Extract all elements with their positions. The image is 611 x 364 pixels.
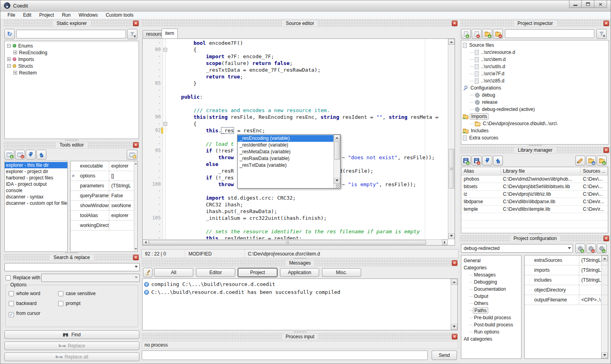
close-panel-icon[interactable] [133,255,139,260]
property-value[interactable]: (TStringL [109,181,137,191]
category-item[interactable]: General [461,257,521,264]
category-item[interactable]: Documentation [461,286,521,293]
category-item[interactable]: Others [461,300,521,307]
maximize-button[interactable] [582,0,594,8]
code-line[interactable]: · ihash.put(_resRawData); [143,208,448,215]
menu-item-edit[interactable]: Edit [19,11,35,19]
property-value[interactable]: False [109,191,137,200]
add-configuration-button[interactable]: + [575,244,585,253]
clear-messages-button[interactable] [143,268,152,277]
table-row[interactable]: phobosC:\Dev\dmd2\windows\lib\phob...C:\… [461,175,608,183]
expand-arrow-icon[interactable] [72,174,76,177]
close-panel-icon[interactable] [603,21,609,26]
send-button[interactable]: Send [432,351,457,360]
code-line[interactable]: ·− { [143,120,448,127]
close-button[interactable]: × [594,0,607,8]
category-item[interactable]: All categories [461,335,521,343]
filter-button[interactable] [596,29,607,39]
remove-tool-button[interactable]: − [15,150,25,160]
filter-button-all[interactable]: All [154,268,193,277]
column-header-libraryfile[interactable]: Library file [501,167,581,175]
filter-button[interactable] [127,29,137,39]
tree-item[interactable]: release [461,99,609,106]
table-row[interactable]: bitsetsC:\Dev\dproj\bitSet\lib\bitsets.l… [461,183,608,191]
table-row[interactable]: izC:\Dev\dproj\iz\lib\iz.libC:\Dev\... [461,191,608,198]
category-item[interactable]: Debugging [461,278,521,286]
property-row[interactable]: outputFilename<CPP>..\ [525,295,608,305]
category-item[interactable]: Messages [461,271,521,278]
remove-library-button[interactable]: − [472,156,482,166]
move-up-button[interactable] [493,156,503,166]
tool-item[interactable]: dscanner - custom opt for file [5,200,67,206]
property-row[interactable]: queryParametFalse [70,191,137,201]
scrollbar-thumb[interactable] [334,141,340,160]
filter-button-editor[interactable]: Editor [196,268,235,277]
code-line[interactable]: · scope(failure) return false; [143,60,448,67]
tree-item[interactable]: Configurations [461,84,609,91]
completion-item[interactable]: _resTxtData (variable) [238,162,333,169]
category-item[interactable]: Paths [461,307,521,314]
property-value[interactable]: explorer [109,211,137,220]
code-line[interactable]: · CRC32 ihash; [143,201,448,208]
code-line[interactable]: · [143,87,448,93]
menu-item-project[interactable]: Project [35,11,58,19]
scrollbar-thumb[interactable] [149,240,426,245]
property-value[interactable]: explorer [109,161,137,171]
add-tool-button[interactable]: + [4,150,14,160]
scroll-right-button[interactable] [442,240,448,245]
code-line[interactable]: · [143,221,448,228]
menu-item-windows[interactable]: Windows [74,11,102,19]
code-line[interactable]: · return true; [143,73,448,80]
library-from-project-button[interactable]: → [586,156,596,166]
add-file-button[interactable]: + [461,29,471,39]
scroll-up-button[interactable] [451,279,457,285]
table-row[interactable] [461,221,608,228]
tree-item[interactable]: +ResItem [5,69,139,76]
replace-all-button[interactable]: b→aReplace all [4,353,139,361]
splitter-grip[interactable] [293,331,307,333]
close-panel-icon[interactable] [603,236,609,241]
option-checkbox-case-sensitive[interactable]: case sensitive [58,291,95,296]
minimize-button[interactable] [569,0,582,8]
menu-item-file[interactable]: File [4,11,19,19]
scroll-up-icon[interactable] [135,162,137,164]
property-value[interactable]: (TStringL [579,265,608,275]
property-row[interactable]: includes(TStringL [525,275,608,285]
editor-hscrollbar[interactable] [143,239,448,245]
editor-vscrollbar[interactable] [448,39,455,239]
code-line[interactable]: · [143,188,448,194]
code-line[interactable]: · import e7F: encode_7F; [143,53,448,60]
move-up-button[interactable] [36,150,46,160]
message-row[interactable]: C:\...\build\resource.d.coedit has been … [143,288,457,296]
scroll-up-button[interactable] [448,39,455,45]
tree-item[interactable]: C:\Dev\dproj\resource.d\build\..\src\ [461,120,609,127]
property-row[interactable]: toolAliasexplorer [70,211,137,221]
category-item[interactable]: Pre-build process [461,314,521,321]
close-panel-icon[interactable] [452,260,457,266]
property-value[interactable]: (TStringL [579,275,608,285]
expander-icon[interactable]: + [7,57,11,61]
property-row[interactable]: showWindowsswoNone [70,201,137,211]
scroll-down-button[interactable] [451,324,457,330]
process-input-field[interactable] [142,351,428,360]
remove-folder-button[interactable]: − [493,29,503,39]
code-line[interactable]: 92 this._res = resEnc; [143,127,448,134]
code-line[interactable]: · /// creates and encodes a new resource… [143,107,448,114]
resize-grip[interactable] [336,184,340,188]
edit-library-button[interactable] [575,156,585,166]
completion-item[interactable]: _resRawData (variable) [238,155,333,162]
completion-item[interactable]: _resEncoding (variable) [238,135,333,142]
table-row[interactable] [461,213,608,221]
tree-item[interactable]: +ResEncoding [5,49,139,56]
filter-button-project[interactable]: Project [238,268,277,277]
tree-item[interactable]: ..\src\z85.d [461,77,609,84]
scroll-left-button[interactable] [143,240,148,245]
symbol-search-input[interactable] [16,30,126,38]
property-row[interactable]: executableexplorer [70,161,137,171]
option-checkbox-whole-word[interactable]: whole word [9,291,40,296]
splitter-grip[interactable] [529,233,542,234]
tool-item[interactable]: harbored - project files [5,175,67,181]
remove-configuration-button[interactable]: − [586,244,596,253]
tree-item[interactable]: →Includes [461,127,609,134]
scroll-down-button[interactable] [448,233,455,239]
